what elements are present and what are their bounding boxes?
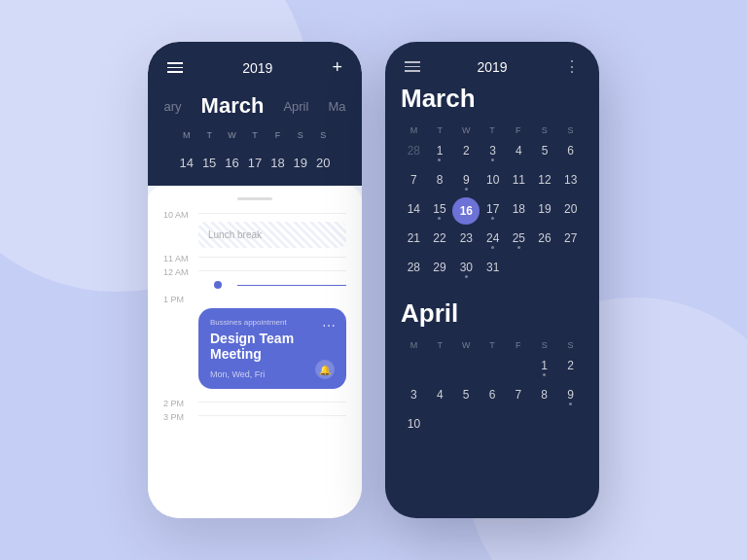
date-14[interactable]: 14	[175, 152, 197, 174]
appointment-reminder-icon[interactable]: 🔔	[315, 360, 335, 379]
march-calendar: M T W T F S S 28 1 2 3 4 5 6	[401, 125, 584, 283]
progress-line	[237, 285, 346, 286]
cal-cell-22[interactable]: 22	[427, 227, 453, 254]
time-line-3pm	[198, 415, 346, 416]
cal-s1: S	[531, 125, 557, 135]
april-cell-5[interactable]: 5	[453, 383, 480, 410]
april-cell-10[interactable]: 10	[401, 412, 427, 436]
cal-cell-16-today[interactable]: 16	[452, 197, 480, 225]
cal-cell-18[interactable]: 18	[506, 197, 532, 225]
date-16-active[interactable]: 16	[225, 156, 238, 170]
schedule-area: 10 AM Lunch break 11 AM 12 AM 1 PM	[148, 186, 362, 518]
dark-header: 2019 ⋮	[385, 42, 599, 84]
dark-menu-icon[interactable]	[405, 61, 420, 72]
cal-cell-6[interactable]: 6	[557, 139, 584, 166]
april-section: April M T W T F S S	[401, 298, 584, 436]
cal-cell-4[interactable]: 4	[506, 139, 532, 166]
april-cal-m: M	[401, 340, 427, 350]
appointment-card[interactable]: ⋯ Bussines appointment Design Team Meeti…	[198, 308, 346, 389]
cal-cell-10[interactable]: 10	[480, 168, 506, 195]
time-12am: 12 AM	[163, 267, 198, 277]
april-empty-4	[480, 354, 506, 381]
cal-cell-2[interactable]: 2	[452, 139, 480, 166]
cal-cell-20[interactable]: 20	[557, 197, 584, 225]
cal-cell-30[interactable]: 30	[452, 256, 480, 283]
appointment-type: Bussines appointment	[210, 318, 335, 327]
time-line-12am	[198, 270, 346, 271]
month-next[interactable]: April	[283, 99, 308, 114]
month-current[interactable]: March	[201, 93, 265, 119]
date-19[interactable]: 19	[289, 152, 311, 174]
cal-cell-3[interactable]: 3	[480, 139, 506, 166]
cal-cell-8[interactable]: 8	[427, 168, 453, 195]
april-empty-1	[401, 354, 427, 381]
month-next2[interactable]: Ma	[328, 99, 345, 114]
card-dots-menu[interactable]: ⋯	[322, 318, 337, 333]
cal-cell-12[interactable]: 12	[532, 168, 558, 195]
cal-cell-31[interactable]: 31	[480, 256, 506, 283]
drag-handle[interactable]	[237, 197, 272, 200]
april-cell-2[interactable]: 2	[557, 354, 584, 381]
cal-cell-27[interactable]: 27	[557, 227, 584, 254]
dates-row: 14 15 16 17 18 19 20	[167, 148, 342, 186]
cal-cell-26[interactable]: 26	[532, 227, 558, 254]
day-m: M	[175, 130, 197, 140]
cal-cell-14[interactable]: 14	[401, 197, 427, 225]
cal-cell-23[interactable]: 23	[452, 227, 480, 254]
cal-s2: S	[557, 125, 584, 135]
dark-year-label: 2019	[477, 59, 507, 75]
cal-cell-empty3	[557, 256, 584, 283]
menu-icon[interactable]	[167, 62, 183, 73]
cal-cell-1[interactable]: 1	[427, 139, 453, 166]
march-heading: March	[401, 84, 584, 114]
april-cell-6[interactable]: 6	[480, 383, 506, 410]
april-cal-w: W	[453, 340, 480, 350]
add-icon[interactable]: +	[332, 57, 342, 78]
date-18[interactable]: 18	[267, 152, 289, 174]
cal-cell-21[interactable]: 21	[401, 227, 427, 254]
appointment-title: Design Team Meeting	[210, 331, 335, 362]
march-body: 28 1 2 3 4 5 6 7 8 9 10 11 12 13 14	[401, 139, 584, 283]
april-cell-9[interactable]: 9	[557, 383, 584, 410]
lunch-label: Lunch break	[208, 229, 262, 240]
dark-three-dots[interactable]: ⋮	[564, 57, 580, 76]
april-cell-4[interactable]: 4	[427, 383, 453, 410]
april-cell-7[interactable]: 7	[505, 383, 531, 410]
cal-cell-28prev[interactable]: 28	[401, 139, 427, 166]
dark-scroll-area[interactable]: March M T W T F S S 28 1 2 3 4	[385, 84, 599, 518]
header-row: 2019 +	[167, 57, 342, 78]
april-cell-8[interactable]: 8	[531, 383, 557, 410]
time-line-11am	[198, 257, 346, 258]
progress-dot	[214, 281, 222, 289]
cal-cell-28[interactable]: 28	[401, 256, 427, 283]
time-2pm: 2 PM	[163, 399, 198, 408]
lunch-block: Lunch break	[198, 222, 346, 248]
date-20[interactable]: 20	[312, 152, 335, 174]
cal-cell-9[interactable]: 9	[452, 168, 480, 195]
time-line-2pm	[198, 402, 346, 402]
april-cell-3[interactable]: 3	[401, 383, 427, 410]
cal-f: F	[505, 125, 531, 135]
cal-cell-11[interactable]: 11	[506, 168, 532, 195]
cal-cell-17[interactable]: 17	[480, 197, 506, 225]
month-prev2[interactable]: ary	[164, 99, 182, 114]
date-17[interactable]: 17	[243, 152, 266, 174]
april-empty-2	[427, 354, 453, 381]
cal-cell-empty2	[532, 256, 558, 283]
cal-cell-13[interactable]: 13	[557, 168, 584, 195]
date-16-wrapper[interactable]: 16	[221, 152, 243, 174]
time-block-11am: 11 AM	[148, 252, 362, 263]
cal-cell-19[interactable]: 19	[532, 197, 558, 225]
april-cal-th: T	[480, 340, 506, 350]
time-11am: 11 AM	[163, 254, 198, 263]
cal-cell-25[interactable]: 25	[506, 227, 532, 254]
cal-cell-7[interactable]: 7	[401, 168, 427, 195]
month-scroll: ary March April Ma	[167, 89, 342, 126]
cal-cell-29[interactable]: 29	[427, 256, 453, 283]
date-15[interactable]: 15	[197, 152, 220, 174]
cal-cell-5[interactable]: 5	[532, 139, 558, 166]
cal-cell-15[interactable]: 15	[427, 197, 453, 225]
cal-cell-24[interactable]: 24	[480, 227, 506, 254]
phone-light: 2019 + ary March April Ma M T W T F S S …	[148, 42, 362, 518]
april-cell-1[interactable]: 1	[531, 354, 557, 381]
